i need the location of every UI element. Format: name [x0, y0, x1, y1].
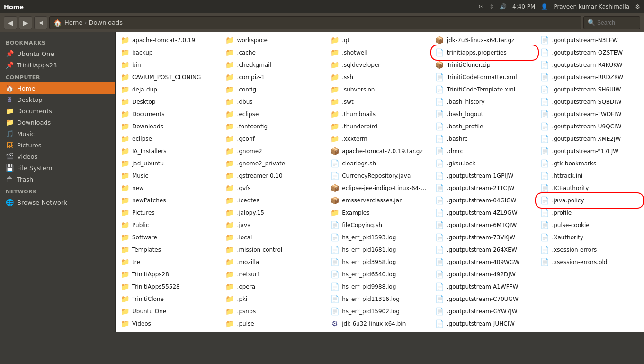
file-item[interactable]: 📁deja-dup [117, 83, 223, 96]
sidebar-item-browse-network[interactable]: 🌐 Browse Network [0, 197, 115, 208]
sidebar-item-home[interactable]: 🏠 Home [0, 82, 115, 94]
file-item[interactable]: 📁.checkgmail [223, 59, 328, 71]
file-item[interactable]: 📄.bash_history [432, 96, 537, 108]
file-item[interactable]: 📁Ubuntu One [117, 305, 223, 318]
file-item[interactable]: 📄.profile [537, 207, 642, 219]
file-item[interactable]: 📄hs_err_pid6540.log [327, 268, 432, 281]
file-item[interactable]: 📄TrinitiCodeFormatter.xml [432, 71, 537, 83]
file-item[interactable]: 📁CAVIUM_POST_CLONING [117, 71, 223, 83]
file-item[interactable]: 📄.goutputstream-OZSTEW [537, 46, 642, 59]
file-item[interactable]: 📁.thumbnails [327, 108, 432, 120]
file-item[interactable]: 📁bin [117, 59, 223, 71]
file-item[interactable]: 📁.gconf [223, 133, 328, 145]
sidebar-item-trash[interactable]: 🗑 Trash [0, 173, 115, 185]
file-item[interactable]: 📁Music [117, 170, 223, 182]
file-item[interactable]: 📁TrinitiApps28 [117, 268, 223, 281]
sidebar-item-music[interactable]: 🎵 Music [0, 128, 115, 139]
network-icon[interactable]: ↕ [489, 3, 494, 10]
file-item[interactable]: 📄.goutputstream-409WGW [432, 256, 537, 268]
file-item[interactable]: 📁eclipse [117, 133, 223, 145]
file-item[interactable]: 📄.goutputstream-TWDFIW [537, 108, 642, 120]
file-item[interactable]: ⚙jdk-6u32-linux-x64.bin [327, 318, 432, 330]
sidebar-item-videos[interactable]: 🎬 Videos [0, 151, 115, 162]
file-item[interactable]: 📄.goutputstream-RRDZKW [537, 71, 642, 83]
file-item[interactable]: 📄.ICEauthority [537, 182, 642, 194]
file-item[interactable]: 📁IA_Installers [117, 145, 223, 157]
sidebar-item-desktop[interactable]: 🖥 Desktop [0, 94, 115, 105]
file-item[interactable]: 📁TrinitiClone [117, 293, 223, 305]
file-item[interactable]: 📄.xsession-errors.old [537, 256, 642, 268]
file-item[interactable]: 📄.gtk-bookmarks [537, 157, 642, 170]
file-item[interactable]: 📁.local [223, 231, 328, 244]
file-item[interactable]: 📁.gvfs [223, 182, 328, 194]
file-item[interactable]: 📦eclipse-jee-indigo-Linux-64-bit.tar.gz [327, 182, 432, 194]
sidebar-item-downloads[interactable]: 📁 Downloads [0, 117, 115, 128]
sidebar-item-trinitiapps28[interactable]: 📌 TrinitiApps28 [0, 59, 115, 71]
file-item[interactable]: 📄.goutputstream-2TTCJW [432, 182, 537, 194]
file-item[interactable]: 📁.mission-control [223, 244, 328, 256]
file-item[interactable]: 📁.opera [223, 281, 328, 293]
file-item[interactable]: 📄.goutputstream-1GPIJW [432, 170, 537, 182]
file-item[interactable]: 📁Public [117, 219, 223, 231]
file-item[interactable]: 📄.goutputstream-4ZL9GW [432, 207, 537, 219]
search-box[interactable]: 🔍 [583, 16, 640, 29]
breadcrumb-downloads[interactable]: Downloads [89, 19, 123, 26]
file-item[interactable]: 📁.subversion [327, 83, 432, 96]
file-item[interactable]: 📁.eclipse [223, 108, 328, 120]
breadcrumb[interactable]: 🏠 Home › Downloads [49, 16, 581, 29]
file-item[interactable]: 📁tre [117, 256, 223, 268]
file-item[interactable]: 📁.gstreamer-0.10 [223, 170, 328, 182]
file-item[interactable]: 📄.goutputstream-C70UGW [432, 293, 537, 305]
file-item[interactable]: 📁Documents [117, 108, 223, 120]
file-item[interactable]: 📁backup [117, 46, 223, 59]
file-item[interactable]: 📁.mozilla [223, 256, 328, 268]
breadcrumb-home[interactable]: Home [64, 19, 82, 26]
file-item[interactable]: 📦TrinitiCloner.zip [432, 59, 537, 71]
file-item[interactable]: 📁.psrios [223, 305, 328, 318]
file-item[interactable]: 📄trinitiapps.properties [432, 46, 537, 59]
email-icon[interactable]: ✉ [479, 3, 483, 10]
file-item[interactable]: 📄.goutputstream-SH6UIW [537, 83, 642, 96]
file-item[interactable]: 📁.gnome2 [223, 145, 328, 157]
file-item[interactable]: 📁.jalopy.15 [223, 207, 328, 219]
file-item[interactable]: 📄.gksu.lock [432, 157, 537, 170]
file-item[interactable]: 📄.goutputstream-264XEW [432, 244, 537, 256]
file-item[interactable]: 📄.bash_profile [432, 120, 537, 133]
file-item[interactable]: 📄.Xauthority [537, 231, 642, 244]
forward-button[interactable]: ▶ [19, 16, 32, 29]
sidebar-item-documents[interactable]: 📁 Documents [0, 105, 115, 117]
file-item[interactable]: 📄fileCopying.sh [327, 219, 432, 231]
search-input[interactable] [597, 19, 635, 26]
file-item[interactable]: 📁.sqldeveloper [327, 59, 432, 71]
file-item[interactable]: 📄.goutputstream-XME2JW [537, 133, 642, 145]
file-item[interactable]: 📁.pki [223, 293, 328, 305]
sidebar-item-pictures[interactable]: 🖼 Pictures [0, 139, 115, 151]
file-item[interactable]: 📁.xxxterm [327, 133, 432, 145]
file-item[interactable]: 📄.goutputstream-R4KUKW [537, 59, 642, 71]
file-item[interactable]: 📄.java.policy [537, 194, 642, 207]
file-item[interactable]: 📁.compiz-1 [223, 71, 328, 83]
file-item[interactable]: 📄hs_err_pid11316.log [327, 293, 432, 305]
file-item[interactable]: 📁Videos [117, 318, 223, 330]
settings-icon[interactable]: ⚙ [635, 3, 640, 10]
file-item[interactable]: 📁.shotwell [327, 46, 432, 59]
file-item[interactable]: 📁Examples [327, 207, 432, 219]
file-item[interactable]: 📁Downloads [117, 120, 223, 133]
file-item[interactable]: 📄.goutputstream-U9QCIW [537, 120, 642, 133]
file-item[interactable]: 📄hs_err_pid1681.log [327, 244, 432, 256]
back-button[interactable]: ◀ [4, 16, 17, 29]
file-item[interactable]: 📁.config [223, 83, 328, 96]
file-item[interactable]: 📄.xsession-errors [537, 244, 642, 256]
file-item[interactable]: 📄hs_err_pid9988.log [327, 281, 432, 293]
file-item[interactable]: 📄.bash_logout [432, 108, 537, 120]
file-item[interactable]: 📄.goutputstream-73VKJW [432, 231, 537, 244]
file-item[interactable]: 📁Pictures [117, 207, 223, 219]
file-item[interactable]: 📄CurrencyRepository.java [327, 170, 432, 182]
file-item[interactable]: 📁.java [223, 219, 328, 231]
file-item[interactable]: 📄hs_err_pid3958.log [327, 256, 432, 268]
file-item[interactable]: 📄clearlogs.sh [327, 157, 432, 170]
sidebar-item-ubuntu-one[interactable]: 📌 Ubuntu One [0, 48, 115, 59]
file-item[interactable]: 📄hs_err_pid15902.log [327, 305, 432, 318]
file-item[interactable]: 📄.goutputstream-6MTQIW [432, 219, 537, 231]
file-item[interactable]: 📁.swt [327, 96, 432, 108]
